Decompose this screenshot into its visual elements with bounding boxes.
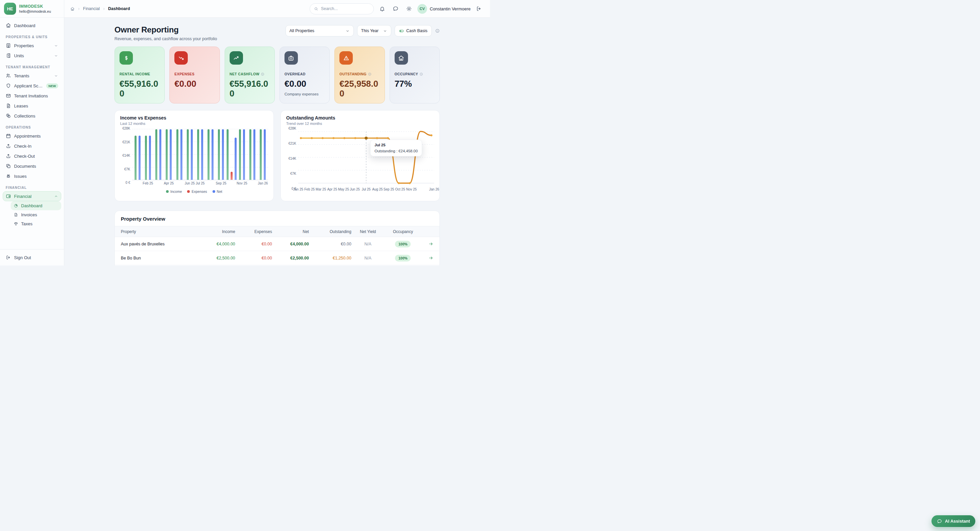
line-chart-svg [298,129,434,186]
page-content: Owner Reporting Revenue, expenses, and c… [64,18,490,266]
property-filter-value: All Properties [290,29,314,33]
property-filter-select[interactable]: All Properties [285,25,354,37]
workspace-header[interactable]: HE IMMODESK hello@immodesk.eu [0,0,64,18]
topbar: Financial Dashboard CV Constantin Vermoe… [64,0,490,18]
warning-icon [339,51,353,65]
kpi-outstanding: OUTSTANDING €25,958.00 [334,46,385,104]
cell-outstanding: €0.00 [309,242,352,246]
table-row[interactable]: Be Bo Bun €2,500.00 €0.00 €2,500.00 €1,2… [115,251,439,265]
logout-button[interactable] [474,4,484,14]
col-net: Net [272,230,309,234]
sidebar-item-label: Invoices [21,212,37,217]
copy-icon [6,163,11,169]
sidebar-item-financial[interactable]: Financial [3,191,61,201]
sidebar-nav: Dashboard PROPERTIES & UNITS Properties … [0,18,64,249]
kpi-label: OUTSTANDING [339,72,380,76]
report-filters: All Properties This Year Cash Basis [285,25,440,37]
kpi-expenses: EXPENSES €0.00 [169,46,220,104]
table-row[interactable]: Aux pavés de Bruxelles €4,000.00 €0.00 €… [115,237,439,251]
chart-legend: IncomeExpensesNet [120,190,268,193]
info-icon[interactable] [419,72,423,76]
breadcrumb: Financial Dashboard [70,6,130,11]
chevron-right-icon [102,7,106,11]
kpi-net-cashflow: NET CASHFLOW €55,916.00 [224,46,275,104]
kpi-rental-income: RENTAL INCOME €55,916.00 [115,46,165,104]
charts-row: Income vs Expenses Last 12 months €28K€2… [115,110,440,201]
sun-icon [406,6,412,12]
user-menu[interactable]: CV Constantin Vermoere [417,4,471,14]
info-icon[interactable] [261,72,264,76]
theme-toggle-button[interactable] [404,4,414,14]
search-input[interactable] [321,6,369,11]
sidebar-item-check-in[interactable]: Check-In [3,141,61,151]
cash-basis-label: Cash Basis [406,29,427,33]
page-title: Owner Reporting [115,25,217,35]
chart-subtitle: Last 12 months [120,121,268,126]
basis-info-button[interactable] [435,29,440,33]
trend-up-icon [230,51,243,65]
coins-icon [6,113,11,118]
sidebar-item-invoices[interactable]: Invoices [11,210,61,219]
sidebar-item-leases[interactable]: Leases [3,101,61,111]
home-icon[interactable] [70,7,75,11]
chevron-down-icon [54,74,58,78]
cash-basis-toggle-button[interactable]: Cash Basis [395,25,432,37]
line-plot: €28K€21K€14K€7K0 € Jul 25 Outstanding : … [298,129,434,186]
chevron-down-icon [345,29,350,33]
col-expenses: Expenses [235,230,272,234]
home-icon [6,23,11,28]
sidebar-item-tenant-invitations[interactable]: Tenant Invitations [3,91,61,101]
sidebar-item-applicant-screening[interactable]: Applicant Scree... NEW [3,81,61,91]
col-occupancy: Occupancy [385,230,422,234]
sidebar-item-properties[interactable]: Properties [3,40,61,51]
dollar-icon [119,51,133,65]
sidebar-item-label: Units [14,53,24,58]
workspace-avatar: HE [4,3,16,15]
notifications-button[interactable] [377,4,387,14]
sidebar-item-tenants[interactable]: Tenants [3,71,61,81]
door-icon [6,53,11,58]
col-net-yield: Net Yield [352,230,385,234]
sidebar-item-documents[interactable]: Documents [3,161,61,171]
period-filter-select[interactable]: This Year [357,25,391,37]
cell-income: €2,500.00 [198,256,235,260]
sign-out-icon [476,6,482,12]
messages-button[interactable] [391,4,401,14]
sidebar-footer: Sign Out [0,249,64,266]
cell-net-yield: N/A [352,256,385,260]
bars [132,129,268,180]
cell-net-yield: N/A [352,242,385,246]
breadcrumb-financial[interactable]: Financial [83,6,100,11]
page-header: Owner Reporting Revenue, expenses, and c… [115,25,440,41]
sidebar-item-issues[interactable]: Issues [3,171,61,181]
table-row-partial[interactable]: 100% [115,265,439,266]
sidebar-item-collections[interactable]: Collections [3,111,61,121]
sidebar-item-appointments[interactable]: Appointments [3,131,61,141]
user-name: Constantin Vermoere [430,6,471,11]
kpi-value: €55,916.00 [230,79,270,99]
income-vs-expenses-chart: Income vs Expenses Last 12 months €28K€2… [115,110,274,201]
page-subtitle: Revenue, expenses, and cashflow across y… [115,37,217,41]
sidebar-item-label: Properties [14,43,34,48]
sidebar-item-label: Documents [14,164,36,169]
bug-icon [6,174,11,179]
sidebar-item-taxes[interactable]: Taxes [11,219,61,228]
row-detail-button[interactable] [422,255,433,260]
chart-subtitle: Trend over 12 months [286,121,434,126]
row-detail-button[interactable] [422,241,433,246]
sidebar-item-units[interactable]: Units [3,51,61,61]
sidebar-item-dashboard[interactable]: Dashboard [3,21,61,30]
kpi-overhead: OVERHEAD €0.00 Company expenses [280,46,330,104]
info-icon[interactable] [368,72,372,76]
sidebar-item-label: Dashboard [21,203,43,208]
col-property: Property [121,230,198,234]
sidebar-item-financial-dashboard[interactable]: Dashboard [11,201,61,210]
financial-sub-items: Dashboard Invoices Taxes [11,201,61,228]
chevron-right-icon [77,7,81,11]
chart-tooltip: Jul 25 Outstanding : €24,458.00 [370,140,422,156]
sign-out-button[interactable]: Sign Out [3,252,61,263]
sidebar-item-label: Taxes [21,221,32,226]
kpi-label: EXPENSES [174,72,215,76]
sidebar-item-check-out[interactable]: Check-Out [3,151,61,161]
building-icon [6,43,11,48]
